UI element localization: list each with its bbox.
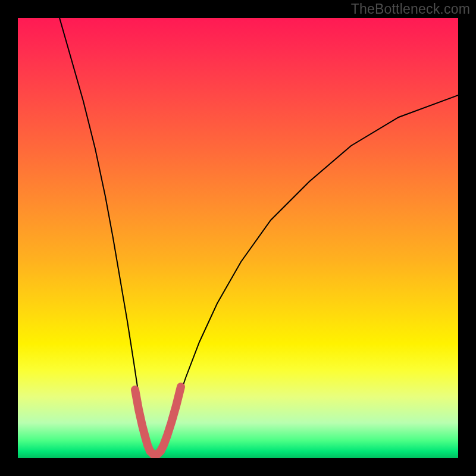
watermark-text: TheBottleneck.com xyxy=(351,1,470,17)
series-trough-highlight-left xyxy=(135,390,150,451)
chart-frame xyxy=(18,18,458,458)
chart-series-group xyxy=(60,18,458,458)
series-right-arm xyxy=(155,95,458,458)
chart-svg xyxy=(18,18,458,458)
series-trough-highlight-right xyxy=(161,387,181,451)
series-left-arm xyxy=(60,18,155,458)
